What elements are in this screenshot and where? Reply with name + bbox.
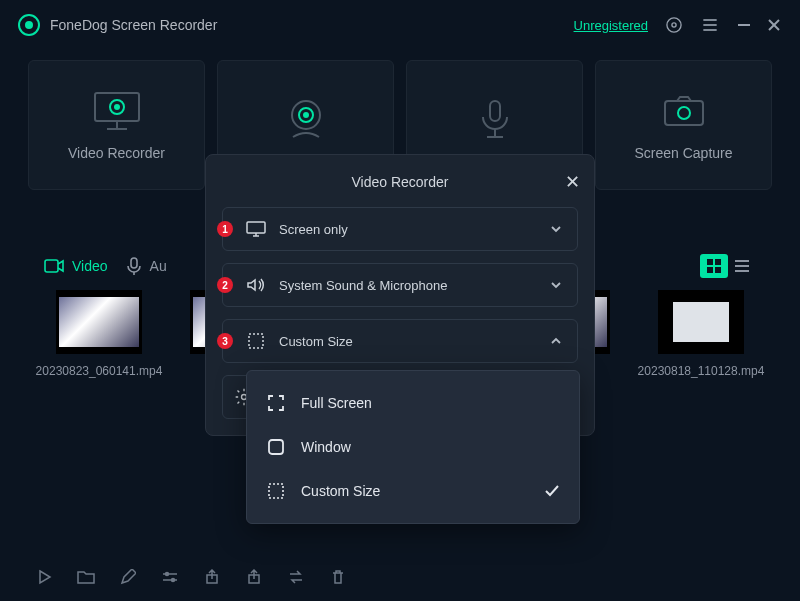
crop-icon — [245, 332, 267, 350]
chevron-up-icon — [549, 334, 563, 348]
chevron-down-icon — [549, 278, 563, 292]
chevron-down-icon — [549, 222, 563, 236]
row-label: Custom Size — [279, 334, 353, 349]
modal-row-audio[interactable]: 2 System Sound & Microphone — [222, 263, 578, 307]
custom-size-icon — [265, 482, 287, 500]
submenu-full-screen[interactable]: Full Screen — [247, 381, 579, 425]
svg-rect-44 — [269, 484, 283, 498]
speaker-icon — [245, 277, 267, 293]
submenu-window[interactable]: Window — [247, 425, 579, 469]
submenu-label: Custom Size — [301, 483, 380, 499]
modal-row-size[interactable]: 3 Custom Size — [222, 319, 578, 363]
row-label: System Sound & Microphone — [279, 278, 447, 293]
window-icon — [265, 438, 287, 456]
fullscreen-icon — [265, 393, 287, 413]
submenu-custom-size[interactable]: Custom Size — [247, 469, 579, 513]
svg-rect-38 — [247, 222, 265, 233]
step-badge: 1 — [217, 221, 233, 237]
svg-rect-43 — [269, 440, 283, 454]
submenu-label: Full Screen — [301, 395, 372, 411]
modal-row-source[interactable]: 1 Screen only — [222, 207, 578, 251]
row-label: Screen only — [279, 222, 348, 237]
submenu-label: Window — [301, 439, 351, 455]
check-icon — [543, 482, 561, 500]
step-badge: 2 — [217, 277, 233, 293]
svg-rect-41 — [249, 334, 263, 348]
step-badge: 3 — [217, 333, 233, 349]
modal-close-button[interactable]: ✕ — [565, 171, 580, 193]
monitor-icon — [245, 221, 267, 237]
modal-title: Video Recorder — [351, 174, 448, 190]
size-submenu: Full Screen Window Custom Size — [246, 370, 580, 524]
modal-backdrop: Video Recorder ✕ 1 Screen only 2 System … — [0, 0, 800, 601]
